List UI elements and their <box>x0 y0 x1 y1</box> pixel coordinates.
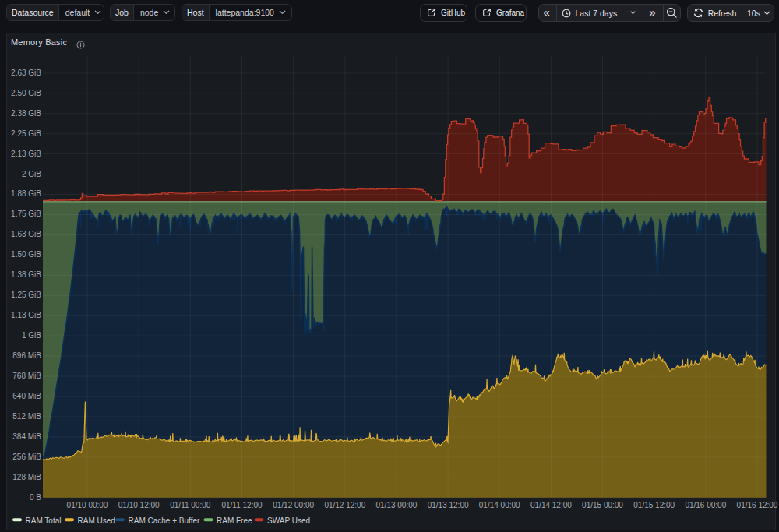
svg-text:2 GiB: 2 GiB <box>22 170 41 178</box>
svg-text:1.75 GiB: 1.75 GiB <box>11 210 41 218</box>
svg-text:256 MiB: 256 MiB <box>12 453 41 461</box>
svg-text:RAM Total: RAM Total <box>26 516 62 525</box>
svg-text:2.13 GiB: 2.13 GiB <box>11 150 41 158</box>
svg-text:01/14 00:00: 01/14 00:00 <box>479 501 520 509</box>
svg-text:1.50 GiB: 1.50 GiB <box>11 250 41 259</box>
svg-text:0 B: 0 B <box>30 493 41 502</box>
svg-text:01/14 12:00: 01/14 12:00 <box>530 501 572 509</box>
svg-text:1.63 GiB: 1.63 GiB <box>11 230 41 238</box>
svg-text:01/16 12:00: 01/16 12:00 <box>737 501 778 509</box>
svg-text:01/13 00:00: 01/13 00:00 <box>375 501 417 509</box>
svg-text:01/15 00:00: 01/15 00:00 <box>582 501 623 509</box>
svg-text:01/15 12:00: 01/15 12:00 <box>633 501 675 509</box>
svg-text:2.25 GiB: 2.25 GiB <box>11 129 41 138</box>
svg-text:896 MiB: 896 MiB <box>12 351 41 360</box>
svg-text:01/10 00:00: 01/10 00:00 <box>67 501 108 509</box>
svg-text:2.50 GiB: 2.50 GiB <box>11 89 41 97</box>
svg-text:01/13 12:00: 01/13 12:00 <box>428 501 469 509</box>
svg-text:SWAP Used: SWAP Used <box>267 516 310 525</box>
svg-text:RAM Used: RAM Used <box>78 516 115 525</box>
svg-text:768 MiB: 768 MiB <box>12 372 41 380</box>
svg-text:128 MiB: 128 MiB <box>12 473 41 481</box>
svg-text:2.38 GiB: 2.38 GiB <box>11 109 41 118</box>
svg-text:1 GiB: 1 GiB <box>22 331 41 340</box>
svg-text:384 MiB: 384 MiB <box>12 432 41 441</box>
svg-text:01/16 00:00: 01/16 00:00 <box>685 501 726 509</box>
svg-text:01/12 12:00: 01/12 12:00 <box>324 501 365 509</box>
svg-text:RAM Cache + Buffer: RAM Cache + Buffer <box>129 516 200 525</box>
svg-text:1.38 GiB: 1.38 GiB <box>11 270 41 279</box>
svg-text:RAM Free: RAM Free <box>217 516 252 525</box>
svg-text:01/11 00:00: 01/11 00:00 <box>170 501 211 509</box>
svg-text:01/11 12:00: 01/11 12:00 <box>221 501 263 509</box>
svg-text:1.25 GiB: 1.25 GiB <box>11 291 41 299</box>
svg-text:640 MiB: 640 MiB <box>12 392 41 400</box>
svg-text:2.63 GiB: 2.63 GiB <box>11 69 41 77</box>
svg-text:01/10 12:00: 01/10 12:00 <box>118 501 160 509</box>
svg-text:1.88 GiB: 1.88 GiB <box>11 189 41 198</box>
svg-text:512 MiB: 512 MiB <box>12 412 41 421</box>
svg-text:01/12 00:00: 01/12 00:00 <box>273 501 314 509</box>
svg-text:1.13 GiB: 1.13 GiB <box>11 311 41 319</box>
